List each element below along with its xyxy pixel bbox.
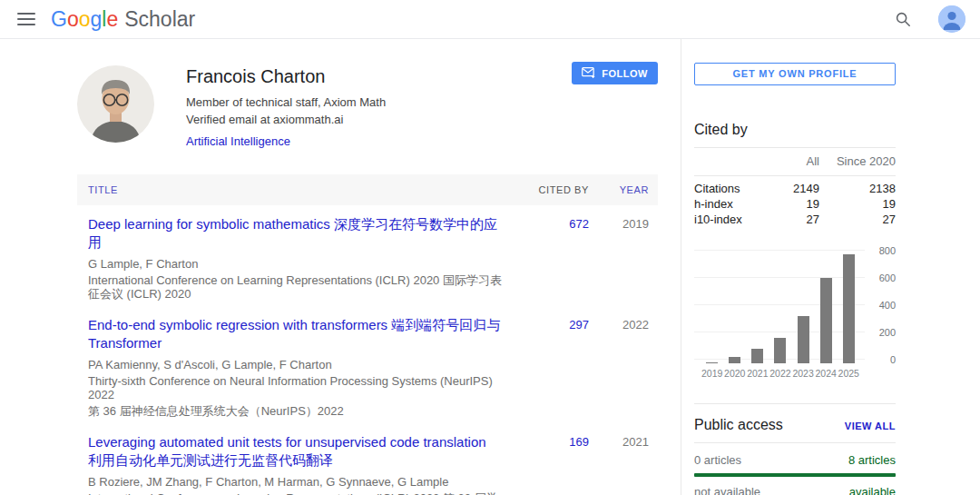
citation-stats-header: All Since 2020: [694, 148, 896, 176]
chart-x-axis-label: 2022: [769, 368, 790, 380]
chart-x-axis-label: 2025: [838, 368, 859, 380]
chart-x-axis-label: 2019: [701, 368, 722, 380]
publications-table-header: TITLE CITED BY YEAR: [77, 174, 658, 205]
publication-row: Deep learning for symbolic mathematics 深…: [77, 205, 658, 306]
publication-year: 2022: [589, 316, 658, 418]
logo-letter: o: [79, 7, 91, 31]
chart-column: 2019: [701, 362, 722, 381]
stats-row-h-index: h-index 19 19: [694, 196, 896, 212]
stat-label: i10-index: [694, 213, 760, 226]
not-available-count: 0 articles: [694, 453, 848, 467]
stat-value-since: 19: [819, 197, 896, 211]
publication-main: Deep learning for symbolic mathematics 深…: [88, 215, 518, 301]
publication-title-link[interactable]: Leveraging automated unit tests for unsu…: [88, 434, 486, 468]
citation-year-bar[interactable]: [843, 254, 855, 363]
chart-column: 2024: [815, 278, 836, 381]
citation-year-bar[interactable]: [798, 316, 809, 364]
chart-x-axis-label: 2024: [815, 368, 836, 380]
follow-button[interactable]: FOLLOW: [572, 62, 658, 84]
cited-by-title[interactable]: Cited by: [694, 122, 896, 148]
publication-year: 2019: [589, 215, 658, 301]
public-access-availability: not available available: [694, 485, 896, 495]
publication-authors: G Lample, F Charton: [88, 257, 502, 271]
search-icon[interactable]: [887, 4, 918, 35]
publication-venue: Thirty-sixth Conference on Neural Inform…: [88, 374, 502, 401]
logo-letter: o: [67, 7, 79, 31]
publication-title-link[interactable]: End-to-end symbolic regression with tran…: [88, 317, 500, 351]
scholar-logo-text: Scholar: [124, 7, 195, 32]
stats-spacer: [694, 154, 760, 168]
profile-name: Francois Charton: [186, 66, 386, 87]
chart-x-axis-label: 2021: [747, 368, 768, 380]
chart-y-axis-label: 200: [868, 327, 896, 338]
interest-link-artificial-intelligence[interactable]: Artificial Intelligence: [186, 134, 290, 148]
publication-row: Leveraging automated unit tests for unsu…: [77, 423, 658, 495]
account-avatar-icon[interactable]: [938, 5, 965, 33]
chart-y-axis-label: 800: [868, 245, 896, 256]
citation-year-bar[interactable]: [751, 349, 763, 363]
sort-by-title-header[interactable]: TITLE: [88, 184, 518, 195]
citation-year-bar[interactable]: [706, 362, 718, 364]
chart-column: 2023: [792, 316, 813, 381]
profile-affiliation: Member of technical staff, Axiom Math: [186, 95, 386, 109]
stats-row-citations: Citations 2149 2138: [694, 181, 896, 196]
top-bar: Google Scholar: [0, 0, 980, 39]
available-label: available: [849, 485, 896, 495]
public-access-divider: [694, 442, 896, 443]
cited-by-count-link[interactable]: 169: [518, 433, 589, 495]
publication-year: 2021: [589, 433, 658, 495]
profile-verified-email: Verified email at axiommath.ai: [186, 113, 386, 126]
chart-y-axis-label: 0: [868, 354, 896, 365]
publication-row: End-to-end symbolic regression with tran…: [77, 306, 658, 423]
google-logo-text: Google: [51, 7, 118, 32]
chart-x-axis-label: 2020: [724, 368, 745, 380]
chart-x-axis-label: 2023: [792, 368, 813, 380]
menu-icon[interactable]: [9, 2, 44, 36]
citation-year-bar[interactable]: [774, 338, 786, 363]
available-count[interactable]: 8 articles: [848, 453, 896, 467]
publication-venue: International Conference on Learning Rep…: [88, 273, 502, 301]
citation-year-bar[interactable]: [729, 357, 740, 364]
publication-venue: International Conference on Learning Rep…: [88, 491, 502, 495]
stat-value-since: 27: [819, 213, 896, 226]
public-access-header: Public access VIEW ALL: [694, 417, 896, 433]
public-access-progress-bar: [694, 473, 896, 477]
get-my-own-profile-button[interactable]: GET MY OWN PROFILE: [694, 63, 896, 85]
chart-y-axis-label: 400: [868, 300, 896, 311]
logo-letter: e: [106, 7, 118, 31]
main-column: Francois Charton Member of technical sta…: [77, 39, 658, 495]
sort-by-year-header[interactable]: YEAR: [589, 184, 658, 195]
vertical-divider: [681, 39, 681, 495]
chart-column: 2025: [838, 254, 859, 380]
chart-column: 2021: [747, 349, 768, 380]
stat-label: Citations: [694, 182, 760, 195]
publications-list: Deep learning for symbolic mathematics 深…: [77, 205, 658, 495]
citation-year-bar[interactable]: [820, 278, 832, 364]
stats-row-i10-index: i10-index 27 27: [694, 212, 896, 227]
cited-by-count-link[interactable]: 297: [518, 316, 589, 418]
page-body: Francois Charton Member of technical sta…: [0, 39, 980, 495]
stat-label: h-index: [694, 197, 760, 211]
publication-venue: 第 36 届神经信息处理系统大会（NeurIPS）2022: [88, 404, 502, 418]
follow-button-label: FOLLOW: [602, 68, 648, 79]
publication-title-link[interactable]: Deep learning for symbolic mathematics 深…: [88, 216, 497, 250]
scholar-logo[interactable]: Google Scholar: [51, 7, 195, 32]
cited-by-count-link[interactable]: 672: [518, 215, 589, 301]
follow-envelope-plus-icon: [582, 67, 595, 79]
sidebar-divider: [694, 403, 896, 404]
stats-col-since: Since 2020: [819, 154, 896, 168]
sort-by-cited-header: CITED BY: [518, 184, 589, 195]
public-access-title: Public access: [694, 417, 845, 433]
stats-col-all: All: [760, 154, 819, 168]
sidebar: GET MY OWN PROFILE Cited by All Since 20…: [694, 39, 896, 495]
stat-value-all: 19: [760, 197, 819, 211]
logo-letter: G: [51, 7, 67, 31]
public-access-counts: 0 articles 8 articles: [694, 453, 896, 467]
profile-section: Francois Charton Member of technical sta…: [77, 65, 658, 149]
stat-value-since: 2138: [819, 182, 896, 195]
chart-bars: 2019202020212022202320242025: [701, 251, 859, 380]
citations-per-year-chart: 0200400600800201920202021202220232024202…: [694, 251, 896, 380]
view-all-link[interactable]: VIEW ALL: [845, 421, 896, 431]
stat-value-all: 27: [760, 213, 819, 226]
profile-photo[interactable]: [77, 65, 154, 143]
